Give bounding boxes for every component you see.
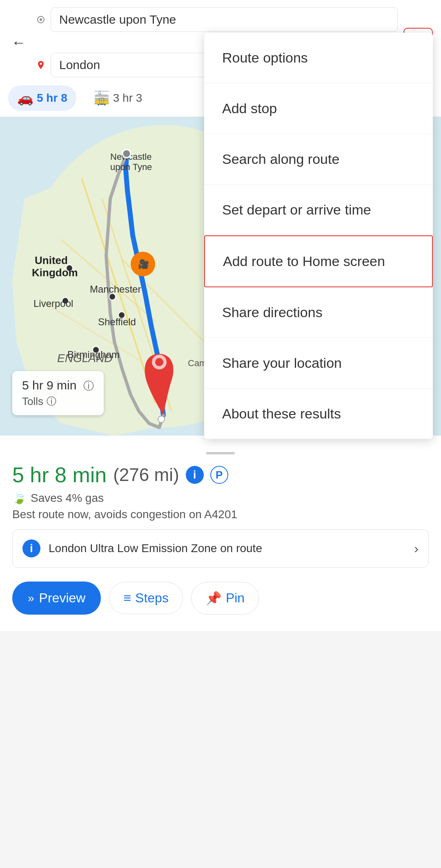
transit-tab-label: 3 hr 3	[113, 92, 143, 105]
svg-text:Kingdom: Kingdom	[32, 266, 78, 279]
svg-text:upon Tyne: upon Tyne	[110, 162, 152, 172]
distance-text: (276 mi)	[113, 465, 179, 485]
svg-text:Liverpool: Liverpool	[33, 298, 73, 309]
svg-text:🎥: 🎥	[138, 259, 149, 270]
transit-icon: 🚋	[94, 90, 110, 106]
car-icon: 🚗	[17, 90, 33, 106]
svg-point-12	[122, 150, 131, 158]
tab-transit[interactable]: 🚋 3 hr 3	[85, 85, 151, 111]
route-time: 5 hr 9 min ⓘ	[22, 378, 94, 393]
leaf-icon: 🍃	[12, 491, 27, 505]
preview-arrow-icon: »	[28, 592, 34, 605]
origin-row: Newcastle upon Tyne	[35, 7, 398, 32]
svg-text:United: United	[35, 254, 68, 266]
svg-point-31	[158, 416, 165, 423]
pin-button[interactable]: 📌 Pin	[191, 582, 259, 615]
tolls-info-icon: ⓘ	[47, 395, 56, 408]
pin-icon: 📌	[205, 591, 222, 606]
destination-icon	[35, 59, 47, 71]
menu-item-add-route-home[interactable]: Add route to Home screen	[204, 235, 433, 287]
svg-point-1	[40, 18, 42, 21]
steps-icon: ≡	[123, 591, 131, 606]
menu-item-share-location[interactable]: Share your location	[204, 338, 433, 389]
route-info-box: 5 hr 9 min ⓘ Tolls ⓘ	[12, 371, 104, 415]
route-tolls: Tolls ⓘ	[22, 395, 94, 408]
chevron-right-icon: ›	[414, 541, 419, 556]
menu-item-search-along-route[interactable]: Search along route	[204, 134, 433, 185]
bottom-info: 5 hr 8 min (276 mi) i P 🍃 Saves 4% gas B…	[0, 436, 441, 572]
svg-text:Manchester: Manchester	[90, 284, 141, 295]
action-buttons: » Preview ≡ Steps 📌 Pin	[0, 572, 441, 631]
duration-text: 5 hr 8 min	[12, 463, 107, 487]
emission-text: London Ultra Low Emission Zone on route	[49, 542, 406, 555]
parking-button[interactable]: P	[210, 466, 228, 484]
emission-info-icon: i	[22, 539, 40, 557]
origin-input[interactable]: Newcastle upon Tyne	[51, 7, 398, 32]
menu-item-add-stop[interactable]: Add stop	[204, 83, 433, 134]
menu-item-share-directions[interactable]: Share directions	[204, 287, 433, 338]
menu-item-set-depart-arrive[interactable]: Set depart or arrive time	[204, 185, 433, 235]
main-duration: 5 hr 8 min (276 mi) i P	[12, 463, 429, 487]
tab-car[interactable]: 🚗 5 hr 8	[8, 85, 76, 111]
menu-item-route-options[interactable]: Route options	[204, 33, 433, 83]
steps-button[interactable]: ≡ Steps	[109, 582, 183, 614]
svg-text:ENGLAND: ENGLAND	[57, 352, 112, 365]
car-tab-label: 5 hr 8	[37, 92, 67, 105]
dropdown-menu: Route options Add stop Search along rout…	[204, 33, 433, 439]
info-icon-small: ⓘ	[83, 380, 94, 392]
svg-text:Sheffield: Sheffield	[98, 316, 136, 327]
route-description: Best route now, avoids congestion on A42…	[12, 508, 429, 521]
svg-point-30	[155, 358, 163, 366]
toll-info-button[interactable]: i	[186, 466, 204, 484]
gas-save-row: 🍃 Saves 4% gas	[12, 491, 429, 505]
origin-icon	[35, 14, 47, 25]
emission-zone-card[interactable]: i London Ultra Low Emission Zone on rout…	[12, 529, 429, 568]
menu-item-about-results[interactable]: About these results	[204, 389, 433, 439]
preview-button[interactable]: » Preview	[12, 582, 101, 615]
back-icon: ←	[11, 34, 26, 51]
back-button[interactable]: ←	[8, 32, 29, 53]
